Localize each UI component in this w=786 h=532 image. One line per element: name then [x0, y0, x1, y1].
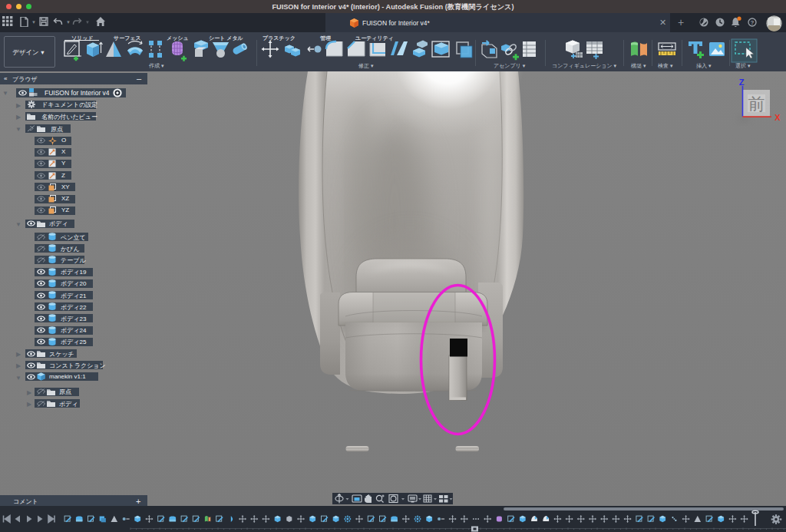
svg-text:Z: Z [739, 78, 745, 87]
svg-text:前: 前 [748, 94, 765, 114]
svg-text:X: X [774, 113, 781, 122]
svg-text:?: ? [751, 19, 755, 26]
